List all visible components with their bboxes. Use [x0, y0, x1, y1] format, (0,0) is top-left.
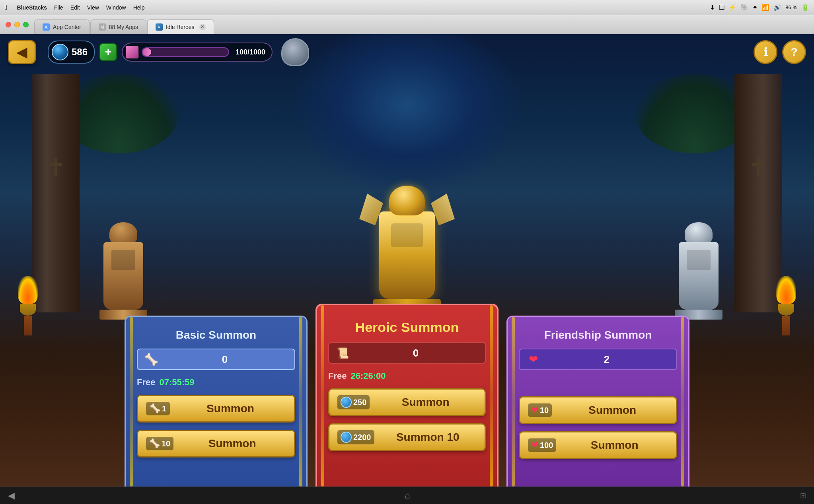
card-stripe-left-friendship	[512, 317, 515, 487]
download-icon: ⬇	[710, 4, 715, 11]
friendship-resource-display: ❤ 2	[519, 349, 677, 370]
gem-btn-icon	[341, 397, 352, 408]
game-topbar: ◀ 586 + 100/1000 ℹ ?	[0, 38, 814, 66]
tab-idle-heroes[interactable]: ⚔ Idle Heroes ✕	[147, 19, 214, 34]
tab-idle-heroes-label: Idle Heroes	[166, 24, 195, 30]
heroic-cost-1: 250	[353, 398, 366, 407]
browser-chrome: A App Center M 88 My Apps ⚔ Idle Heroes …	[0, 15, 814, 34]
device-icon: ✦	[752, 4, 758, 11]
volume-icon: 🔊	[773, 4, 781, 11]
gem-btn-icon-2	[341, 432, 352, 443]
bone-icon-btn2: 🦴	[149, 438, 160, 449]
heart-icon: ❤	[526, 352, 540, 366]
heroic-free-label: Free	[328, 371, 347, 381]
friendship-summon-10-button[interactable]: ❤ 100 Summon	[519, 431, 677, 459]
tab-my-apps[interactable]: M 88 My Apps	[90, 19, 146, 34]
menu-edit[interactable]: Edit	[70, 4, 80, 11]
heroic-cost-2: 2200	[353, 433, 371, 442]
window-maximize-button[interactable]	[23, 22, 29, 27]
nav-keyboard-icon[interactable]: ⊞	[800, 491, 806, 500]
tab-app-center[interactable]: A App Center	[34, 19, 90, 34]
info-icon: ℹ	[763, 46, 768, 59]
basic-summon-1-label: Summon	[175, 402, 286, 415]
apple-logo-icon: 	[5, 3, 8, 12]
heroic-summon-1-button[interactable]: 250 Summon	[328, 388, 486, 416]
friendship-summon-1-button[interactable]: ❤ 10 Summon	[519, 396, 677, 424]
scroll-icon: 📜	[335, 346, 350, 360]
torch-flame-left	[18, 276, 38, 304]
friendship-cost-2: 100	[540, 441, 553, 450]
basic-summon-1-button[interactable]: 🦴 1 Summon	[137, 395, 295, 423]
help-button[interactable]: ?	[782, 40, 806, 64]
bone-icon-btn1: 🦴	[150, 403, 160, 414]
heart-emoji: ❤	[529, 353, 538, 366]
menu-help[interactable]: Help	[133, 4, 145, 11]
topbar-right-buttons: ℹ ?	[754, 40, 806, 64]
basic-free-label: Free	[137, 377, 155, 388]
heroic-cost-2-badge: 2200	[337, 430, 374, 444]
stamina-display: 100/1000	[122, 43, 273, 62]
basic-cost-2: 10	[162, 439, 170, 448]
friendship-cost-1: 10	[540, 406, 549, 415]
friendship-summon-2-label: Summon	[561, 439, 668, 452]
heroic-summon-2-label: Summon 10	[379, 431, 477, 444]
basic-timer: 07:55:59	[159, 377, 194, 388]
window-close-button[interactable]	[6, 22, 11, 27]
basic-cost-1: 1	[162, 404, 166, 413]
stamina-icon	[126, 46, 138, 58]
basic-summon-2-label: Summon	[178, 437, 286, 450]
heart-btn-icon: ❤	[531, 405, 538, 415]
tab-app-center-label: App Center	[53, 24, 81, 30]
tab-idle-heroes-icon: ⚔	[156, 23, 163, 31]
add-gems-button[interactable]: +	[99, 43, 117, 61]
back-button[interactable]: ◀	[8, 40, 36, 64]
basic-free-timer: Free 07:55:59	[137, 377, 295, 388]
nav-back-icon[interactable]: ◀	[8, 490, 15, 501]
heroic-timer: 26:26:00	[351, 371, 386, 381]
nav-home-icon[interactable]: ⌂	[405, 490, 410, 501]
cross-decoration-right: ✝	[748, 153, 768, 181]
question-icon: ?	[791, 46, 797, 58]
stamina-value: 100/1000	[236, 48, 265, 56]
gem-icon	[52, 44, 68, 60]
dropbox-icon: ❑	[719, 4, 724, 11]
tab-close-button[interactable]: ✕	[199, 24, 206, 30]
cross-decoration-left: ✝	[46, 153, 66, 181]
friendship-summon-title: Friendship Summon	[519, 329, 677, 341]
wifi-icon: 📶	[761, 4, 769, 11]
basic-summon-10-button[interactable]: 🦴 10 Summon	[137, 430, 295, 457]
heroic-free-timer: Free 26:26:00	[328, 371, 486, 381]
back-arrow-icon: ◀	[16, 44, 27, 60]
window-minimize-button[interactable]	[14, 22, 20, 27]
friendship-summon-1-label: Summon	[557, 404, 668, 417]
menu-window[interactable]: Window	[106, 4, 126, 11]
basic-count: 0	[162, 353, 288, 366]
helmet-icon	[281, 38, 309, 66]
basic-resource-display: 🦴 0	[137, 349, 295, 370]
tab-my-apps-icon: M	[99, 23, 106, 31]
app-name: BlueStacks	[17, 4, 47, 11]
battery-icon: 🔋	[801, 4, 809, 11]
card-stripe-right-basic	[299, 317, 302, 487]
card-stripe-left-basic	[130, 317, 133, 487]
card-stripe-right-friendship	[681, 317, 684, 487]
menu-file[interactable]: File	[54, 4, 63, 11]
tab-my-apps-label: 88 My Apps	[109, 24, 138, 30]
battery-level: 86 %	[785, 4, 797, 10]
heroic-summon-card: Heroic Summon 📜 0 Free 26:26:00 250 Summ…	[315, 304, 499, 487]
stamina-fill	[142, 48, 151, 56]
info-button[interactable]: ℹ	[754, 40, 777, 64]
heroic-resource-display: 📜 0	[328, 342, 486, 364]
friendship-cost-1-badge: ❤ 10	[528, 403, 552, 417]
gold-figure	[359, 186, 455, 320]
window-controls	[0, 15, 34, 34]
heroic-summon-1-label: Summon	[374, 396, 477, 409]
card-stripe-right-heroic	[490, 305, 493, 487]
heroic-cost-1-badge: 250	[337, 395, 370, 409]
bottom-bar: ◀ ⌂ ⊞	[0, 487, 814, 504]
heroic-summon-10-button[interactable]: 2200 Summon 10	[328, 423, 486, 451]
menu-view[interactable]: View	[87, 4, 99, 11]
heart-btn-icon-2: ❤	[531, 440, 538, 450]
summon-area: Basic Summon 🦴 0 Free 07:55:59 🦴 1 Summo…	[0, 304, 814, 487]
stamina-bar	[142, 47, 229, 57]
